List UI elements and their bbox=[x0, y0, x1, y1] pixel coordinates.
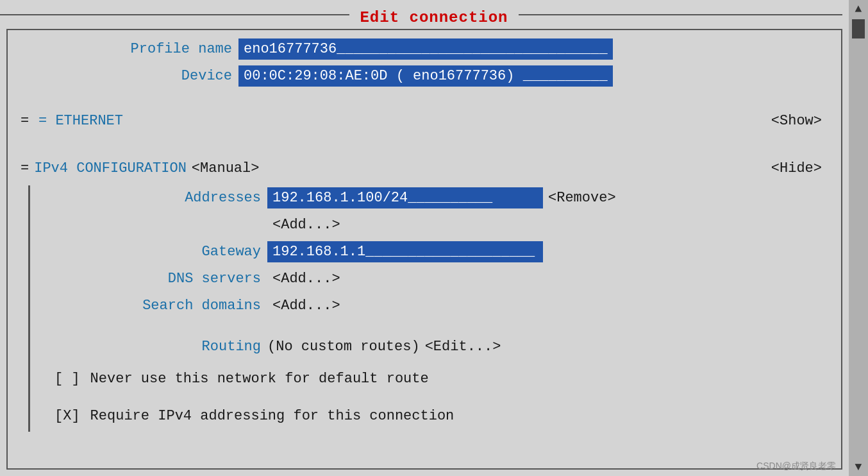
gateway-row: Gateway 192.168.1.1____________________ bbox=[49, 239, 828, 264]
addresses-value[interactable]: 192.168.1.100/24__________ bbox=[267, 187, 543, 208]
routing-edit-button[interactable]: <Edit...> bbox=[420, 336, 506, 357]
addresses-add-row: <Add...> bbox=[49, 212, 828, 237]
ethernet-show-button[interactable]: <Show> bbox=[771, 113, 822, 129]
ipv4-title: IPv4 CONFIGURATION bbox=[34, 160, 187, 176]
never-use-checkbox[interactable]: [ ] bbox=[49, 368, 85, 389]
search-domains-label: Search domains bbox=[49, 298, 267, 314]
ethernet-section-header: = = ETHERNET <Show> bbox=[21, 108, 828, 133]
profile-name-row: Profile name eno16777736________________… bbox=[21, 37, 828, 61]
dns-label: DNS servers bbox=[49, 271, 267, 287]
scroll-up-arrow[interactable]: ▲ bbox=[855, 3, 862, 15]
addresses-row: Addresses 192.168.1.100/24__________ <Re… bbox=[49, 185, 828, 210]
ipv4-body: Addresses 192.168.1.100/24__________ <Re… bbox=[28, 185, 828, 432]
scroll-down-arrow[interactable]: ▼ bbox=[855, 461, 862, 473]
dns-add-button[interactable]: <Add...> bbox=[267, 268, 346, 289]
profile-name-label: Profile name bbox=[21, 41, 238, 57]
ethernet-title: = ETHERNET bbox=[38, 113, 771, 129]
routing-row: Routing (No custom routes) <Edit...> bbox=[49, 334, 828, 359]
never-use-row: [ ] Never use this network for default r… bbox=[49, 366, 828, 391]
gateway-value[interactable]: 192.168.1.1____________________ bbox=[267, 241, 543, 262]
window-title: Edit connection bbox=[349, 6, 518, 29]
watermark: CSDN@成贤良老零 bbox=[756, 461, 836, 472]
ipv4-mode[interactable]: <Manual> bbox=[192, 160, 260, 176]
ipv4-hide-button[interactable]: <Hide> bbox=[771, 160, 822, 176]
routing-label: Routing bbox=[49, 339, 267, 355]
search-domains-add-button[interactable]: <Add...> bbox=[267, 295, 346, 316]
addresses-add-button[interactable]: <Add...> bbox=[267, 214, 346, 235]
search-domains-row: Search domains <Add...> bbox=[49, 293, 828, 318]
gateway-label: Gateway bbox=[49, 244, 267, 260]
device-value[interactable]: 00:0C:29:08:AE:0D ( eno16777736) _______… bbox=[238, 65, 613, 87]
never-use-label: Never use this network for default route bbox=[90, 371, 429, 387]
device-row: Device 00:0C:29:08:AE:0D ( eno16777736) … bbox=[21, 64, 828, 88]
title-bar: Edit connection bbox=[0, 0, 868, 29]
ipv4-header: = IPv4 CONFIGURATION <Manual> <Hide> bbox=[21, 156, 828, 180]
addresses-remove-button[interactable]: <Remove> bbox=[543, 187, 621, 208]
ethernet-marker: = bbox=[21, 113, 33, 129]
device-label: Device bbox=[21, 68, 238, 84]
profile-name-value[interactable]: eno16777736_____________________________… bbox=[238, 38, 613, 60]
require-ipv4-label: Require IPv4 addressing for this connect… bbox=[90, 408, 455, 424]
ipv4-marker: = bbox=[21, 160, 29, 176]
require-ipv4-row: [X] Require IPv4 addressing for this con… bbox=[49, 404, 828, 428]
scrollbar[interactable]: ▲ ▼ bbox=[849, 0, 868, 476]
scroll-thumb[interactable] bbox=[852, 19, 865, 38]
addresses-label: Addresses bbox=[49, 190, 267, 206]
routing-value: (No custom routes) bbox=[267, 339, 420, 355]
content-area: Profile name eno16777736________________… bbox=[6, 29, 842, 470]
require-ipv4-checkbox[interactable]: [X] bbox=[49, 405, 85, 427]
dns-row: DNS servers <Add...> bbox=[49, 266, 828, 291]
